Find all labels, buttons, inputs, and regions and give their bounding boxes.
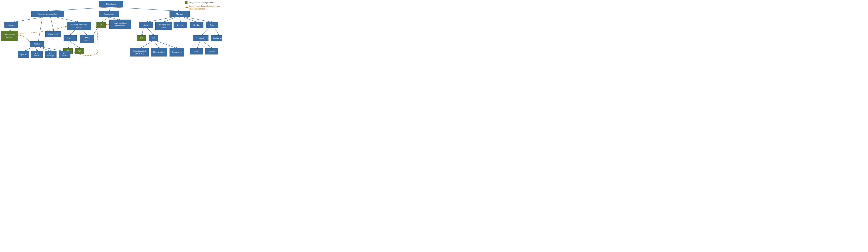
svg-line-5 bbox=[51, 17, 54, 31]
phase-phase-node: Phase to phase bbox=[151, 48, 167, 57]
dynamic-node: Dynamic bbox=[205, 49, 218, 55]
svg-line-7 bbox=[38, 17, 42, 41]
svg-line-25 bbox=[142, 28, 143, 35]
svg-line-28 bbox=[154, 41, 159, 49]
svg-line-29 bbox=[156, 41, 177, 49]
speed-pos-node: Speed/position sensor bbox=[155, 22, 172, 30]
stator-node: Stator bbox=[139, 22, 153, 28]
svg-line-17 bbox=[101, 17, 109, 22]
svg-line-21 bbox=[163, 17, 176, 22]
legend-item-1-label: Easily converted into phase OCs bbox=[188, 1, 215, 4]
svg-line-1 bbox=[109, 7, 111, 11]
sc-switch-node: SC bbox=[75, 49, 84, 54]
diagram-container: Drive faults Power converter module Conn… bbox=[0, 0, 222, 65]
sc-stator-node: SC bbox=[149, 35, 158, 41]
entire-module-node: Entire module isolated bbox=[1, 31, 18, 41]
svg-line-24 bbox=[186, 17, 212, 22]
capacitor-node: Capa-citor bbox=[18, 51, 29, 58]
legend-item-1: Easily converted into phase OCs bbox=[185, 1, 221, 4]
volt-excess-node: Volt. excess bbox=[59, 51, 70, 58]
svg-line-4 bbox=[57, 17, 79, 22]
broken-bar-node: Broken bar bbox=[211, 35, 222, 41]
legend-green-icon bbox=[185, 1, 187, 4]
eccentricity-node: Eccentricity bbox=[193, 35, 209, 41]
svg-line-23 bbox=[184, 17, 197, 22]
svg-line-15 bbox=[70, 41, 80, 49]
bearing-node: Bearing bbox=[190, 22, 204, 28]
connections-node: Connections bbox=[99, 11, 119, 17]
cooling-node: Cooling bbox=[174, 22, 187, 28]
current-sensor-node: Current sensor bbox=[80, 35, 94, 43]
switch-node: Switch bbox=[64, 35, 77, 41]
dc-link-node: DC-link bbox=[30, 41, 44, 47]
legend-item-2-label: Simple conversion/equivalence into/to ph… bbox=[189, 5, 221, 10]
machine-node: Machine bbox=[169, 11, 190, 17]
control-unit-node: Control unit bbox=[45, 31, 61, 37]
svg-line-26 bbox=[147, 28, 154, 35]
power-converter-node: Power converter module bbox=[31, 11, 64, 17]
legend-dashed-arrow-icon: - - ▶ bbox=[185, 5, 188, 9]
legend: Easily converted into phase OCs - - ▶ Si… bbox=[185, 1, 221, 11]
legend-item-2: - - ▶ Simple conversion/equivalence into… bbox=[185, 5, 221, 10]
svg-line-27 bbox=[140, 41, 152, 49]
svg-line-22 bbox=[180, 17, 181, 22]
svg-line-20 bbox=[146, 17, 173, 22]
svg-line-2 bbox=[111, 7, 180, 11]
drive-faults-node: Drive faults bbox=[99, 1, 123, 7]
oc-stator-node: OC bbox=[137, 35, 146, 41]
rotor-node: Rotor bbox=[206, 22, 218, 28]
phase-neutral-node: Phase to neutral (phase SC) bbox=[130, 48, 149, 57]
svg-line-13 bbox=[83, 30, 87, 35]
machine-side-node: Machine-side dc/ac converter bbox=[67, 22, 91, 30]
supply-node: Supply bbox=[4, 22, 18, 28]
svg-line-0 bbox=[48, 7, 111, 11]
svg-line-32 bbox=[197, 41, 200, 49]
svg-line-3 bbox=[13, 17, 42, 22]
svg-line-33 bbox=[203, 41, 212, 49]
volt-shortage-node: Volt. shortage bbox=[45, 51, 57, 58]
static-node: Static bbox=[190, 49, 203, 55]
oc-conn-node: OC bbox=[96, 22, 106, 28]
high-res-node: High-resistance connections bbox=[110, 20, 131, 29]
turn-turn-node: Turn to turn bbox=[169, 48, 184, 57]
svg-line-12 bbox=[70, 30, 75, 35]
volt-sensor-node: Volt. sensor bbox=[31, 51, 42, 58]
